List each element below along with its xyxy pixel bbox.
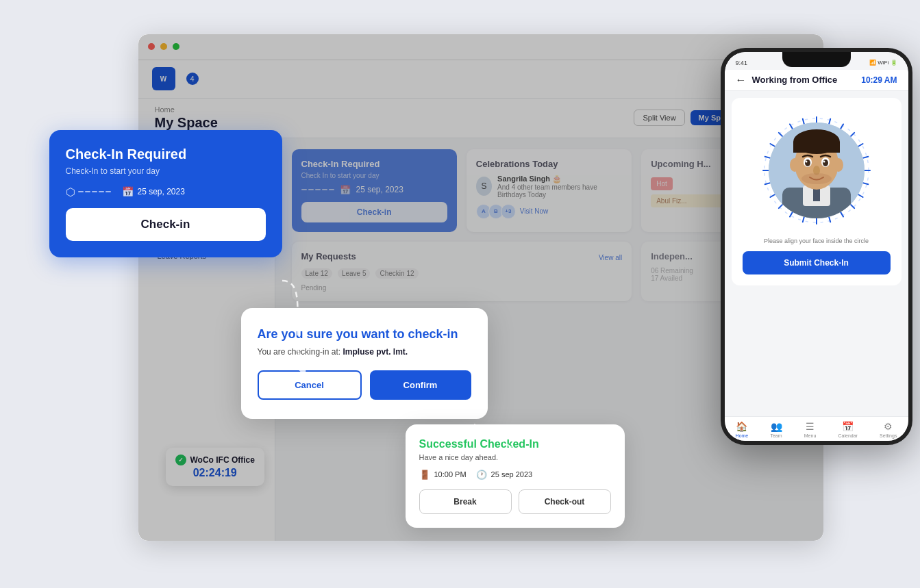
face-circle-container	[762, 116, 871, 225]
svg-point-34	[834, 158, 843, 172]
phone-nav-team[interactable]: 👥 Team	[770, 421, 782, 438]
success-info: 🚪 10:00 PM 🕐 25 sep 2023	[419, 470, 611, 480]
settings-nav-icon: ⚙	[884, 421, 893, 432]
success-time: 🚪 10:00 PM	[419, 470, 467, 480]
back-icon[interactable]: ←	[736, 74, 747, 86]
face-area: Please align your face inside the circle…	[732, 98, 902, 285]
checkin-date-label: 25 sep, 2023	[138, 187, 185, 196]
align-text: Please align your face inside the circle	[764, 238, 869, 244]
phone-bottom-nav: 🏠 Home 👥 Team ☰ Menu 📅 Calendar ⚙ S	[725, 416, 908, 441]
team-nav-label: Team	[770, 433, 782, 438]
success-dialog: Successful Checked-In Have a nice day ah…	[406, 424, 625, 528]
svg-point-42	[801, 173, 832, 184]
phone-mockup: 9:41 📶 WiFi 🔋 ← Working from Office 10:2…	[721, 48, 912, 445]
team-nav-icon: 👥	[771, 421, 782, 432]
confirm-company: Impluse pvt. lmt.	[343, 347, 408, 357]
checkout-button[interactable]: Check-out	[519, 489, 611, 514]
home-nav-label: Home	[736, 433, 749, 438]
checkin-req-sub: Check-In to start your day	[66, 166, 266, 176]
checkin-info-row: ⬡ 📅 25 sep, 2023	[66, 186, 266, 199]
svg-point-38	[823, 159, 828, 166]
checkin-required-card: Check-In Required Check-In to start your…	[49, 130, 282, 257]
phone-nav-calendar[interactable]: 📅 Calendar	[838, 421, 857, 438]
checkin-date-row: 📅 25 sep, 2023	[122, 186, 185, 197]
settings-nav-label: Settings	[880, 433, 897, 438]
svg-point-40	[823, 160, 825, 162]
phone-screen: 9:41 📶 WiFi 🔋 ← Working from Office 10:2…	[725, 52, 908, 441]
phone-nav-settings[interactable]: ⚙ Settings	[880, 421, 897, 438]
confirm-title: Are you sure you want to check-in	[258, 327, 471, 342]
phone-notch	[782, 52, 851, 67]
svg-point-37	[805, 159, 810, 166]
confirm-button[interactable]: Confirm	[370, 370, 471, 400]
break-button[interactable]: Break	[419, 489, 512, 514]
svg-point-33	[790, 158, 799, 172]
phone-nav-home[interactable]: 🏠 Home	[736, 421, 749, 438]
checkin-dashes-main	[78, 191, 111, 192]
success-sub: Have a nice day ahead.	[419, 453, 611, 461]
phone-signal: 📶 WiFi 🔋	[869, 60, 897, 66]
menu-nav-label: Menu	[804, 433, 817, 438]
submit-checkin-button[interactable]: Submit Check-In	[743, 251, 891, 274]
success-buttons: Break Check-out	[419, 489, 611, 514]
svg-rect-32	[793, 142, 840, 153]
svg-point-39	[805, 160, 807, 162]
home-nav-icon: 🏠	[736, 421, 747, 432]
phone-header-time: 10:29 AM	[861, 75, 897, 85]
checkin-main-button[interactable]: Check-in	[66, 208, 266, 241]
menu-nav-icon: ☰	[806, 421, 815, 432]
confirm-dialog: Are you sure you want to check-in You ar…	[241, 308, 488, 419]
cancel-button[interactable]: Cancel	[258, 370, 362, 400]
checkin-req-title: Check-In Required	[66, 146, 266, 162]
checkin-exit-icon: ⬡	[66, 186, 111, 199]
confirm-buttons: Cancel Confirm	[258, 370, 471, 400]
phone-nav-menu[interactable]: ☰ Menu	[804, 421, 817, 438]
phone-header: ← Working from Office 10:29 AM	[725, 70, 908, 91]
confirm-sub: You are checking-in at: Impluse pvt. lmt…	[258, 347, 471, 357]
success-title: Successful Checked-In	[419, 438, 611, 450]
face-svg	[769, 123, 865, 218]
face-circle	[769, 123, 865, 218]
phone-time: 9:41	[736, 60, 748, 66]
phone-header-title: Working from Office	[752, 75, 856, 85]
calendar-nav-label: Calendar	[838, 433, 857, 438]
success-date: 🕐 25 sep 2023	[476, 470, 533, 480]
calendar-nav-icon: 📅	[842, 421, 854, 432]
